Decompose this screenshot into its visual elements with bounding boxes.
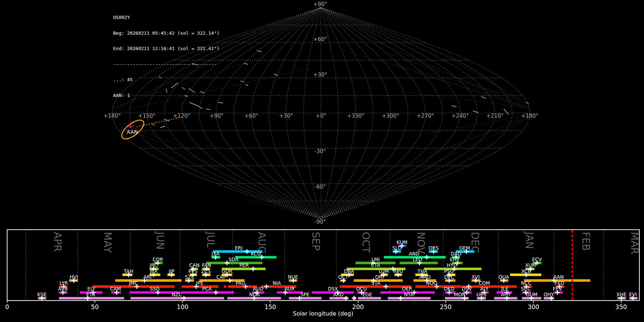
shower-code-label: CTA [371, 262, 381, 268]
shower-EVI: EVI [629, 292, 638, 301]
longitude-label: +30° [279, 113, 293, 119]
longitude-label: +300° [382, 113, 399, 119]
shower-code-label: AUD [253, 286, 264, 292]
shower-code-label: PSU [444, 268, 454, 274]
shower-code-label: GUM [526, 292, 537, 297]
shower-code-label: SPE [301, 292, 309, 297]
shower-code-label: DSV [462, 286, 472, 292]
shower-code-label: JXA [211, 251, 220, 257]
x-tick-label: 100 [177, 303, 188, 311]
aan-meteor-dot [126, 127, 127, 128]
shower-code-label: CAM [110, 286, 121, 292]
shower-bars: KUMERISLDORSGEMJXAKCGANDDADCORSDALMILEOE… [37, 239, 638, 301]
shower-ORS: ORS [429, 245, 439, 254]
aan-trajectory [137, 118, 178, 127]
month-label: SEP [310, 232, 322, 250]
month-label: JAN [523, 231, 535, 249]
x-tick-label: 350 [615, 303, 627, 311]
shower-code-label: THA [417, 268, 428, 274]
shower-code-label: AHY [501, 292, 511, 297]
latitude-label: +30° [313, 72, 327, 78]
aan-meteor-dot [131, 127, 132, 128]
shower-code-label: AMO [419, 274, 431, 280]
shower-code-label: ARD [333, 292, 343, 297]
x-axis: 050100150200250300350 [5, 301, 627, 311]
shower-code-label: MON [454, 292, 465, 297]
shower-JIP: JIP [167, 268, 175, 277]
shower-code-label: IPE [196, 280, 204, 286]
shower-code-label: ORS [429, 245, 439, 251]
peak-marker [343, 296, 348, 301]
shower-code-label: EVI [629, 292, 637, 297]
longitude-label: +90° [210, 113, 224, 119]
shower-SLD: SLD [392, 245, 402, 254]
x-tick-label: 0 [5, 303, 9, 311]
shower-code-label: PER [239, 262, 249, 268]
shower-code-label: OER [402, 286, 413, 292]
x-axis-title: Solar longitude (deg) [293, 310, 353, 317]
shower-code-label: DAD [451, 251, 462, 257]
shower-XCB: XCB [510, 268, 541, 277]
shower-bar [289, 297, 321, 299]
shower-code-label: OCU [356, 286, 367, 292]
latitude-label: -30° [314, 148, 326, 155]
shower-code-label: LEO [413, 257, 422, 262]
peak-marker [264, 284, 269, 289]
shower-code-label: FED [555, 280, 565, 286]
activity-timeline-chart: APRMAYJUNJULAUGSEPOCTNOVDECJANFEBMARKUME… [5, 230, 641, 311]
peak-marker [352, 296, 356, 301]
shower-bar [277, 291, 303, 294]
shower-code-label: AVB [58, 286, 68, 292]
shower-code-label: GEM [459, 245, 470, 251]
shower-code-label: NUE [288, 274, 298, 280]
shower-code-label: COM [479, 280, 490, 286]
shower-code-label: XHE [616, 292, 626, 297]
shower-code-label: CAP [216, 274, 226, 280]
shower-code-label: SZC [185, 274, 195, 280]
shower-bar [358, 297, 381, 299]
x-tick-label: 50 [91, 303, 99, 311]
shower-bar [59, 297, 124, 299]
shower-code-label: SCC [521, 286, 531, 292]
sky-map: +180°+150°+120°+90°+60°+30°+0°+330°+300°… [103, 1, 538, 225]
shower-TAH: TAH [122, 268, 133, 277]
shower-code-label: KSE [37, 292, 47, 297]
shower-code-label: COR [152, 257, 163, 262]
longitude-label: +330° [347, 113, 365, 119]
shower-code-label: AUR [284, 286, 295, 292]
shower-SZC: SZC [185, 274, 195, 283]
shower-code-label: TAH [123, 268, 133, 274]
month-label: JUN [154, 231, 166, 250]
shower-code-label: URS [477, 292, 487, 297]
longitude-label: +210° [486, 113, 504, 119]
shower-code-label: STA [371, 280, 381, 286]
x-tick-label: 200 [352, 303, 364, 311]
shower-code-label: JIP [168, 268, 174, 274]
shower-DPC: DPC [444, 274, 455, 283]
shower-bar [206, 262, 262, 264]
longitude-label: +270° [416, 113, 434, 119]
shower-URS: URS [477, 292, 487, 301]
x-tick-label: 300 [528, 303, 539, 311]
month-label: DEC [469, 232, 481, 253]
meteor-observation-screen: US002Y Beg: 20260211 05:45:42 (sol = 322… [0, 0, 644, 322]
shower-code-label: HVI [70, 274, 78, 280]
shower-AVB: AVB [58, 286, 68, 295]
shower-code-label: ARI [143, 274, 152, 280]
shower-code-label: AAN [553, 274, 564, 280]
shower-code-label: PCA [202, 286, 212, 292]
shower-code-label: ALY [480, 286, 489, 292]
shower-code-label: DKD [444, 286, 455, 292]
shower-bar [181, 291, 234, 294]
shower-OHY: OHY [544, 292, 555, 301]
shower-code-label: EHY [450, 257, 460, 262]
shower-code-label: DRA [344, 268, 354, 274]
month-label: OCT [360, 232, 372, 253]
latitude-label: -60° [314, 184, 326, 190]
shower-XHE: XHE [616, 292, 626, 301]
longitude-label: +60° [244, 113, 258, 119]
shower-ZCS: ZCS [201, 268, 211, 277]
shower-code-label: EGE [362, 292, 372, 297]
shower-code-label: PPS [189, 268, 197, 274]
shower-KSE: KSE [37, 292, 47, 301]
